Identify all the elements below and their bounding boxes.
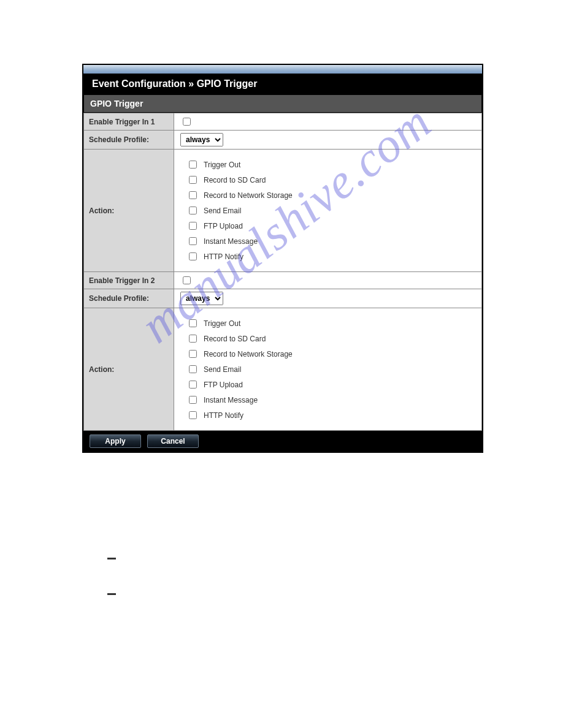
window-titlebar (83, 65, 482, 74)
action-2-label: Action: (84, 308, 174, 431)
action-ftp-upload-1-checkbox[interactable] (189, 222, 197, 230)
action-record-sd-1-checkbox[interactable] (189, 176, 197, 184)
enable-trigger-1-checkbox[interactable] (183, 118, 191, 126)
action-record-network-1-checkbox[interactable] (189, 191, 197, 199)
action-record-network-1: Record to Network Storage (186, 188, 469, 203)
action-trigger-out-1: Trigger Out (186, 157, 469, 172)
enable-trigger-2-checkbox[interactable] (183, 276, 191, 284)
schedule-profile-1-row: Schedule Profile: always (84, 131, 482, 150)
section-header: GPIO Trigger (83, 94, 482, 113)
schedule-profile-1-label: Schedule Profile: (84, 131, 174, 150)
schedule-profile-1-select[interactable]: always (180, 133, 223, 146)
cancel-button[interactable]: Cancel (147, 434, 199, 448)
action-instant-message-2: Instant Message (186, 392, 469, 408)
action-ftp-upload-2: FTP Upload (186, 377, 469, 392)
action-http-notify-2: HTTP Notify (186, 408, 469, 423)
action-label: Send Email (204, 365, 241, 374)
action-2-list: Trigger Out Record to SD Card Record to … (180, 311, 475, 428)
action-1-list: Trigger Out Record to SD Card Record to … (180, 152, 475, 269)
action-ftp-upload-1: FTP Upload (186, 218, 469, 233)
action-label: Instant Message (204, 396, 258, 404)
action-label: Instant Message (204, 237, 258, 246)
action-label: FTP Upload (204, 222, 243, 230)
config-table: Enable Trigger In 1 Schedule Profile: al… (83, 113, 482, 431)
action-instant-message-1: Instant Message (186, 233, 469, 249)
action-send-email-1-checkbox[interactable] (189, 207, 197, 214)
action-label: HTTP Notify (204, 411, 243, 420)
action-http-notify-1: HTTP Notify (186, 249, 469, 264)
action-label: Record to Network Storage (204, 350, 293, 358)
action-label: Trigger Out (204, 319, 240, 328)
action-record-sd-2: Record to SD Card (186, 331, 469, 346)
action-trigger-out-2: Trigger Out (186, 316, 469, 331)
schedule-profile-2-select[interactable]: always (180, 292, 223, 305)
config-panel: Event Configuration » GPIO Trigger GPIO … (82, 64, 483, 453)
button-row: Apply Cancel (83, 431, 482, 452)
action-label: Record to SD Card (204, 335, 266, 343)
enable-trigger-2-label: Enable Trigger In 2 (84, 272, 174, 289)
action-send-email-2-checkbox[interactable] (189, 365, 197, 373)
enable-trigger-2-row: Enable Trigger In 2 (84, 272, 482, 289)
action-send-email-1: Send Email (186, 203, 469, 218)
action-trigger-out-2-checkbox[interactable] (189, 319, 197, 327)
action-record-sd-1: Record to SD Card (186, 172, 469, 188)
action-record-sd-2-checkbox[interactable] (189, 335, 197, 343)
action-label: Record to Network Storage (204, 191, 293, 200)
action-2-row: Action: Trigger Out Record to SD Card Re… (84, 308, 482, 431)
action-send-email-2: Send Email (186, 362, 469, 377)
action-record-network-2: Record to Network Storage (186, 346, 469, 362)
action-label: FTP Upload (204, 381, 243, 389)
schedule-profile-2-label: Schedule Profile: (84, 289, 174, 308)
breadcrumb: Event Configuration » GPIO Trigger (83, 74, 482, 94)
action-label: HTTP Notify (204, 252, 243, 261)
dash-mark (107, 558, 116, 559)
action-http-notify-2-checkbox[interactable] (189, 411, 197, 419)
schedule-profile-2-row: Schedule Profile: always (84, 289, 482, 308)
action-label: Send Email (204, 207, 241, 215)
action-instant-message-1-checkbox[interactable] (189, 237, 197, 245)
action-record-network-2-checkbox[interactable] (189, 350, 197, 358)
apply-button[interactable]: Apply (90, 434, 141, 448)
dash-mark (107, 593, 116, 595)
action-http-notify-1-checkbox[interactable] (189, 252, 197, 260)
action-1-label: Action: (84, 150, 174, 272)
action-1-row: Action: Trigger Out Record to SD Card Re… (84, 150, 482, 272)
action-label: Record to SD Card (204, 176, 266, 184)
action-trigger-out-1-checkbox[interactable] (189, 161, 197, 169)
action-instant-message-2-checkbox[interactable] (189, 396, 197, 404)
action-label: Trigger Out (204, 161, 240, 169)
enable-trigger-1-label: Enable Trigger In 1 (84, 113, 174, 131)
action-ftp-upload-2-checkbox[interactable] (189, 381, 197, 389)
enable-trigger-1-row: Enable Trigger In 1 (84, 113, 482, 131)
